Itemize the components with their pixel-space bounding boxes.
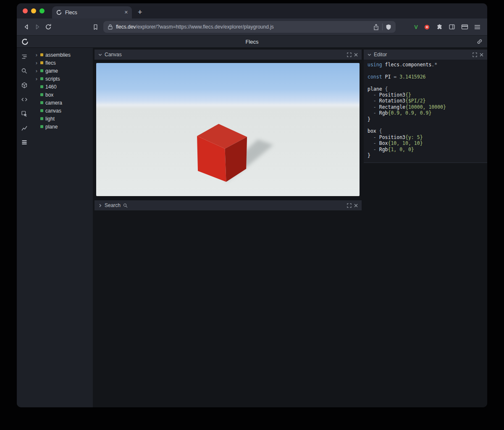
search-icon[interactable]	[19, 66, 29, 76]
canvas-panel-title: Canvas	[105, 52, 122, 58]
url-text: flecs.dev/explorer/?wasm=https://www.fle…	[116, 24, 370, 30]
tree-item-label: camera	[45, 100, 62, 106]
tree-item-label: canvas	[45, 108, 61, 114]
close-icon[interactable]	[480, 53, 483, 57]
extensions-puzzle-icon[interactable]	[436, 24, 443, 30]
tree-item-light[interactable]: light	[32, 115, 93, 123]
forward-icon[interactable]	[32, 21, 43, 32]
browser-toolbar: flecs.dev/explorer/?wasm=https://www.fle…	[17, 18, 487, 36]
reload-icon[interactable]	[43, 21, 54, 32]
chevron-right-icon[interactable]	[98, 204, 102, 207]
search-panel-header: Search	[94, 200, 362, 210]
entity-color-square-icon	[40, 125, 43, 128]
close-icon[interactable]	[354, 204, 358, 207]
tables-icon[interactable]	[19, 137, 29, 147]
tab-title: Flecs	[65, 10, 121, 16]
lock-icon	[108, 24, 113, 30]
code-line: }	[368, 152, 483, 158]
tree-expand-chevron-icon[interactable]: ›	[35, 61, 38, 65]
shield-icon[interactable]	[386, 24, 391, 30]
code-line: box {	[368, 128, 483, 134]
record-extension-icon[interactable]	[424, 24, 430, 30]
search-glass-icon	[123, 203, 128, 208]
tree-expand-chevron-icon[interactable]: ›	[35, 77, 38, 81]
extension-icons: V	[414, 24, 483, 30]
tree-item-label: assemblies	[45, 52, 71, 58]
tree-item-box[interactable]: box	[32, 91, 93, 99]
close-icon[interactable]	[354, 53, 358, 57]
entity-color-square-icon	[40, 53, 43, 56]
entity-color-square-icon	[40, 69, 43, 72]
stats-icon[interactable]	[19, 123, 29, 133]
editor-panel-title: Editor	[374, 52, 387, 58]
entities-tree-icon[interactable]	[19, 52, 29, 62]
code-line: - Rgb{1, 0, 0}	[368, 147, 483, 152]
3d-canvas-viewport[interactable]	[96, 63, 360, 196]
desktop: Flecs ✕ + flecs.dev/	[0, 0, 504, 430]
browser-tabstrip: Flecs ✕ +	[17, 3, 487, 18]
code-line: - Position3{}	[368, 92, 483, 98]
window-minimize-button[interactable]	[31, 8, 36, 13]
entity-color-square-icon	[40, 85, 43, 88]
code-line	[368, 80, 483, 86]
tree-item-flecs[interactable]: ›flecs	[32, 59, 93, 67]
sidebar-panel-icon[interactable]	[449, 24, 455, 30]
code-editor[interactable]: using flecs.components.* const PI = 3.14…	[364, 60, 487, 163]
bookmark-icon[interactable]	[90, 21, 101, 32]
url-path: /explorer/?wasm=https://www.flecs.dev/ex…	[136, 24, 273, 30]
back-icon[interactable]	[21, 21, 32, 32]
code-line: const PI = 3.1415926	[368, 74, 483, 80]
code-line: - Rgb{0.9, 0.9, 0.9}	[368, 110, 483, 116]
chevron-down-icon[interactable]	[368, 53, 371, 57]
entity-color-square-icon	[40, 93, 43, 96]
tree-item-camera[interactable]: camera	[32, 99, 93, 107]
code-line: }	[368, 116, 483, 122]
tree-item-1460[interactable]: 1460	[32, 83, 93, 91]
new-tab-button[interactable]: +	[138, 4, 142, 16]
window-zoom-button[interactable]	[39, 8, 45, 13]
code-line: - Position3{y: 5}	[368, 134, 483, 140]
code-line	[368, 68, 483, 73]
tree-item-label: scripts	[45, 76, 60, 82]
inspect-icon[interactable]	[19, 109, 29, 119]
wallet-card-icon[interactable]	[461, 24, 468, 30]
tree-expand-chevron-icon[interactable]: ›	[35, 53, 38, 57]
flecs-favicon	[56, 9, 62, 16]
app-header: Flecs	[17, 36, 487, 48]
icon-sidebar	[17, 48, 32, 407]
tree-item-assemblies[interactable]: ›assemblies	[32, 51, 93, 59]
tree-item-label: 1460	[45, 84, 57, 90]
code-line: - Box{10, 10, 10}	[368, 140, 483, 146]
fullscreen-icon[interactable]	[347, 52, 352, 57]
share-icon[interactable]	[373, 24, 379, 31]
menu-icon[interactable]	[474, 24, 480, 30]
fullscreen-icon[interactable]	[472, 52, 477, 57]
window-close-button[interactable]	[23, 8, 28, 13]
tree-item-label: game	[45, 68, 58, 74]
fullscreen-icon[interactable]	[347, 203, 352, 208]
code-line: using flecs.components.*	[368, 62, 483, 68]
canvas-panel-header: Canvas	[94, 50, 362, 60]
chevron-down-icon[interactable]	[98, 53, 102, 57]
tree-item-label: plane	[45, 124, 58, 130]
tree-item-label: box	[45, 92, 53, 98]
flecs-logo-icon[interactable]	[21, 38, 29, 46]
search-panel-title: Search	[105, 202, 121, 208]
urlbar-separator	[382, 24, 383, 30]
tree-expand-chevron-icon[interactable]: ›	[35, 69, 38, 73]
code-line	[368, 122, 483, 128]
code-icon[interactable]	[19, 94, 29, 105]
browser-window: Flecs ✕ + flecs.dev/	[17, 3, 487, 407]
entity-color-square-icon	[40, 109, 43, 112]
window-controls	[23, 8, 45, 13]
tree-item-game[interactable]: ›game	[32, 67, 93, 75]
tree-item-scripts[interactable]: ›scripts	[32, 75, 93, 83]
tree-item-plane[interactable]: plane	[32, 123, 93, 131]
url-bar[interactable]: flecs.dev/explorer/?wasm=https://www.fle…	[103, 21, 396, 33]
link-icon[interactable]	[476, 38, 483, 45]
browser-tab[interactable]: Flecs ✕	[52, 6, 132, 18]
tree-item-canvas[interactable]: canvas	[32, 107, 93, 115]
package-icon[interactable]	[19, 80, 29, 90]
vimium-extension-icon[interactable]: V	[414, 24, 418, 30]
tab-close-icon[interactable]: ✕	[124, 10, 128, 15]
